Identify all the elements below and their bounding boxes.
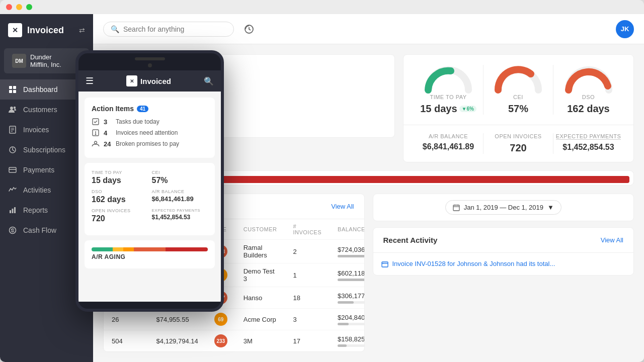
search-input[interactable] xyxy=(123,25,226,33)
mobile-search-icon[interactable]: 🔍 xyxy=(204,76,214,86)
cell-balance: $602,118.75 xyxy=(330,263,364,287)
svg-rect-1 xyxy=(13,86,16,89)
cell-invoices: 504 xyxy=(104,330,148,352)
dso-metric: DSO 162 days xyxy=(553,65,623,115)
svg-rect-0 xyxy=(9,86,12,89)
search-icon: 🔍 xyxy=(111,25,119,33)
balance-fill xyxy=(338,255,364,257)
history-button[interactable] xyxy=(240,20,258,38)
metrics-gauges-row: TIME TO PAY 15 days ▼6% xyxy=(404,55,633,125)
recent-activity-title: Recent Activity xyxy=(383,236,438,244)
maximize-button[interactable] xyxy=(26,4,32,10)
mobile-oi-value: 720 xyxy=(92,214,148,223)
mobile-cei-value: 57% xyxy=(152,176,208,185)
mobile-ar-aging-card: A/R Aging xyxy=(85,240,215,268)
time-to-pay-value: 15 days xyxy=(420,103,457,115)
mobile-ar-metric: A/R BALANCE $6,841,461.89 xyxy=(152,189,208,204)
svg-rect-14 xyxy=(12,209,14,213)
mobile-ttp-value: 15 days xyxy=(92,176,148,185)
top-debtors-view-all[interactable]: View All xyxy=(331,203,354,210)
balance-bar xyxy=(338,323,364,325)
mobile-menu-icon[interactable]: ☰ xyxy=(86,75,94,86)
mobile-ep-label: EXPECTED PAYMENTS xyxy=(152,208,208,213)
cell-customer: 3M xyxy=(235,330,285,352)
date-range-card: Jan 1, 2019 — Dec 1, 2019 ▼ xyxy=(373,194,634,221)
mobile-content: Action Items 41 3 Tasks due today 4 Invo… xyxy=(78,92,221,302)
minimize-button[interactable] xyxy=(16,4,22,10)
mobile-tasks-label: Tasks due today xyxy=(116,118,159,125)
mobile-logo-text: Invoiced xyxy=(140,77,171,85)
activity-icon xyxy=(381,261,388,268)
recent-activity-view-all[interactable]: View All xyxy=(601,236,623,244)
sidebar-collapse-button[interactable]: ⇄ xyxy=(79,26,85,34)
mobile-invoices-icon xyxy=(92,129,100,137)
mobile-ar-value: $6,841,461.89 xyxy=(152,195,208,203)
cell-age: 233 xyxy=(206,330,235,352)
mobile-metrics-card: TIME TO PAY 15 days CEI 57% DSO 162 days… xyxy=(85,163,215,235)
top-header: 🔍 JK xyxy=(93,14,644,44)
cell-num-invoices: 2 xyxy=(285,240,330,263)
mobile-invoices-count: 4 xyxy=(104,129,112,137)
aging-30 xyxy=(113,247,123,251)
sidebar-item-label-activities: Activities xyxy=(23,186,51,194)
mobile-list-item: 4 Invoices need attention xyxy=(92,129,208,137)
aging-current xyxy=(92,247,113,251)
mobile-ttp-label: TIME TO PAY xyxy=(92,170,148,175)
svg-rect-2 xyxy=(9,90,12,93)
mobile-list-item: 24 Broken promises to pay xyxy=(92,140,208,148)
expected-payments-label[interactable]: EXPECTED PAYMENTS xyxy=(556,133,621,140)
cell-balance: $724,036.85 xyxy=(330,240,364,263)
logo-text: Invoiced xyxy=(27,25,64,36)
search-box[interactable]: 🔍 xyxy=(103,22,234,37)
col-num-invoices: # INVOICES xyxy=(285,219,330,240)
cell-balance: $204,840.00 xyxy=(330,309,364,330)
ar-balance-metric: A/R BALANCE $6,841,461.89 xyxy=(414,133,484,154)
cell-customer: Demo Test 3 xyxy=(235,263,285,287)
app-window: ✕ Invoiced ⇄ DM Dunder Mifflin, Inc. ▼ D… xyxy=(0,0,644,362)
mobile-oi-label: OPEN INVOICES xyxy=(92,208,148,213)
open-invoices-metric: OPEN INVOICES 720 xyxy=(484,133,553,154)
mobile-preview: ☰ ✕ Invoiced 🔍 Action Items 41 3 Tasks d… xyxy=(75,50,224,312)
mobile-action-badge: 41 xyxy=(137,106,148,112)
balance-bar xyxy=(338,255,364,257)
balance-fill xyxy=(338,344,347,347)
mobile-invoices-label: Invoices need attention xyxy=(116,129,178,136)
user-avatar[interactable]: JK xyxy=(616,20,634,38)
mobile-action-items-card: Action Items 41 3 Tasks due today 4 Invo… xyxy=(85,98,215,158)
cell-total: $4,129,794.14 xyxy=(148,330,206,352)
mobile-dso-metric: DSO 162 days xyxy=(92,189,148,204)
cell-num-invoices: 1 xyxy=(285,263,330,287)
open-invoices-label: OPEN INVOICES xyxy=(495,133,541,139)
date-range-label: Jan 1, 2019 — Dec 1, 2019 xyxy=(464,204,543,211)
cei-value: 57% xyxy=(508,103,528,115)
time-to-pay-badge: ▼6% xyxy=(459,106,476,112)
metrics-values-row: A/R BALANCE $6,841,461.89 OPEN INVOICES … xyxy=(404,125,633,162)
sidebar-item-label-invoices: Invoices xyxy=(23,126,49,134)
balance-bar xyxy=(338,301,364,304)
svg-rect-27 xyxy=(382,262,388,267)
close-button[interactable] xyxy=(6,4,12,10)
age-badge: 233 xyxy=(214,334,227,347)
dashboard-icon xyxy=(8,85,17,94)
mobile-action-items-title: Action Items 41 xyxy=(92,105,208,113)
cashflow-icon xyxy=(8,226,17,235)
cell-num-invoices: 18 xyxy=(285,287,330,309)
sidebar-item-label-cashflow: Cash Flow xyxy=(23,226,56,234)
cei-label: CEI xyxy=(513,94,523,100)
mobile-promises-label: Broken promises to pay xyxy=(116,140,179,147)
mobile-oi-metric: OPEN INVOICES 720 xyxy=(92,208,148,223)
mobile-metrics-grid: TIME TO PAY 15 days CEI 57% DSO 162 days… xyxy=(92,170,208,223)
dso-value: 162 days xyxy=(567,103,610,115)
mobile-camera xyxy=(148,63,152,67)
invoices-icon xyxy=(8,125,17,134)
mobile-ttp-metric: TIME TO PAY 15 days xyxy=(92,170,148,185)
mobile-aging-bar xyxy=(92,247,208,251)
mobile-promises-icon xyxy=(92,140,100,148)
ar-balance-label: A/R BALANCE xyxy=(429,133,468,139)
aging-90 xyxy=(134,247,166,251)
date-range-button[interactable]: Jan 1, 2019 — Dec 1, 2019 ▼ xyxy=(445,200,561,215)
cell-num-invoices: 17 xyxy=(285,330,330,352)
mobile-header: ☰ ✕ Invoiced 🔍 xyxy=(78,70,221,92)
cell-balance: $158,825.19 xyxy=(330,330,364,352)
mobile-logo: ✕ Invoiced xyxy=(126,75,171,86)
